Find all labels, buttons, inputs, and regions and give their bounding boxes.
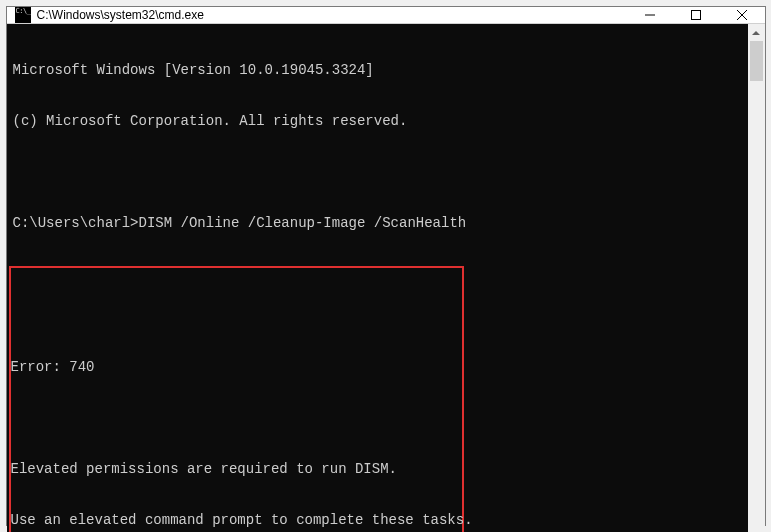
terminal-output[interactable]: Microsoft Windows [Version 10.0.19045.33… [7, 24, 748, 532]
window-title: C:\Windows\system32\cmd.exe [37, 8, 627, 22]
svg-rect-1 [691, 11, 700, 20]
blank-line [13, 164, 748, 181]
svg-marker-4 [752, 31, 760, 35]
cmd-window: C:\Windows\system32\cmd.exe Microsoft Wi… [6, 6, 766, 526]
maximize-button[interactable] [673, 7, 719, 23]
scroll-thumb[interactable] [750, 41, 763, 81]
header-line: (c) Microsoft Corporation. All rights re… [13, 113, 748, 130]
error-message-line: Elevated permissions are required to run… [11, 461, 456, 478]
blank-line [11, 308, 456, 325]
error-code-line: Error: 740 [11, 359, 456, 376]
titlebar[interactable]: C:\Windows\system32\cmd.exe [7, 7, 765, 24]
blank-line [11, 410, 456, 427]
prompt: C:\Users\charl> [13, 215, 139, 231]
window-controls [627, 7, 765, 23]
vertical-scrollbar[interactable] [748, 24, 765, 532]
minimize-button[interactable] [627, 7, 673, 23]
command-line: C:\Users\charl>DISM /Online /Cleanup-Ima… [13, 215, 748, 232]
close-button[interactable] [719, 7, 765, 23]
scroll-track[interactable] [748, 41, 765, 532]
error-message-line: Use an elevated command prompt to comple… [11, 512, 456, 529]
scroll-up-button[interactable] [748, 24, 765, 41]
cmd-icon [15, 7, 31, 23]
error-highlight: Error: 740 Elevated permissions are requ… [9, 266, 464, 532]
client-area: Microsoft Windows [Version 10.0.19045.33… [7, 24, 765, 532]
command-text: DISM /Online /Cleanup-Image /ScanHealth [139, 215, 467, 231]
header-line: Microsoft Windows [Version 10.0.19045.33… [13, 62, 748, 79]
